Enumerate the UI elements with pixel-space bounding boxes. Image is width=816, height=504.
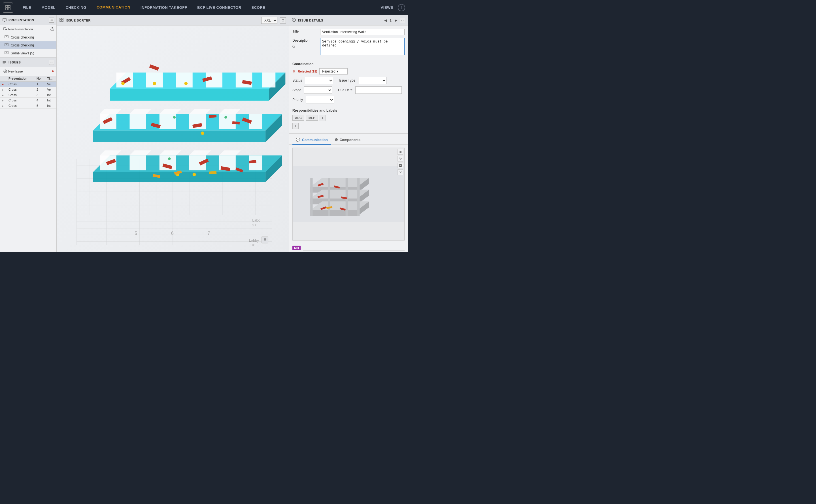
nav-next-btn[interactable]: ▶	[393, 18, 398, 23]
issue-row-1[interactable]: ▶ Cross 1 Ve	[0, 82, 56, 87]
issue-type-select[interactable]	[358, 77, 386, 84]
preview-box: ⊕ ↻ 🖼 ✕	[292, 148, 405, 241]
nav-item-bcf-live-connector[interactable]: BCF LIVE CONNECTOR	[192, 0, 246, 15]
presentation-collapse-btn[interactable]: ▭	[49, 18, 54, 23]
svg-text:Lobby: Lobby	[249, 238, 259, 243]
play-btn-2[interactable]: ▶	[2, 88, 4, 91]
new-issue-btn[interactable]: New Issue	[2, 69, 24, 74]
svg-rect-100	[149, 64, 159, 71]
svg-point-120	[193, 173, 196, 176]
status-label: Status	[292, 78, 302, 82]
size-select[interactable]: XXL XL L M S	[261, 17, 277, 24]
views-button[interactable]: VIEWS	[381, 5, 393, 10]
right-panel: ISSUE DETAILS ◀ 1 ▶ ▭ Title Description …	[289, 15, 408, 252]
issue-row-3[interactable]: ▶ Cross 3 Int	[0, 92, 56, 98]
nav-item-information-takeoff[interactable]: INFORMATION TAKEOFF	[135, 0, 192, 15]
rejected-badge: Rejected (19)	[298, 70, 317, 73]
svg-marker-74	[189, 150, 211, 156]
new-issue-icon	[3, 69, 7, 74]
svg-text:6: 6	[171, 231, 174, 236]
issue-presentation-3: Cross	[7, 92, 35, 98]
issue-row-5[interactable]: ▶ Cross 5 Int	[0, 103, 56, 109]
tag-arc[interactable]: ARC	[292, 115, 304, 121]
svg-rect-0	[6, 5, 8, 7]
play-btn-4[interactable]: ▶	[2, 99, 4, 102]
tree-item-label2: Cross checking	[11, 43, 34, 47]
svg-marker-72	[129, 150, 151, 156]
svg-marker-75	[219, 150, 241, 156]
issue-no-2: 2	[35, 87, 45, 92]
status-select[interactable]	[305, 77, 333, 84]
play-btn-5[interactable]: ▶	[2, 105, 4, 107]
priority-select[interactable]	[306, 96, 334, 103]
tab-communication[interactable]: 💬 Communication	[292, 135, 331, 145]
description-label: Description	[292, 38, 318, 42]
nav-item-communication[interactable]: COMMUNICATION	[92, 0, 135, 15]
play-btn-1[interactable]: ▶	[2, 83, 4, 86]
issue-row-4[interactable]: ▶ Cross 4 Int	[0, 98, 56, 103]
svg-point-23	[3, 61, 3, 62]
top-nav: FILE MODEL CHECKING COMMUNICATION INFORM…	[0, 0, 408, 15]
new-presentation-btn[interactable]: New Presentation	[2, 27, 34, 32]
tree-item-cross2[interactable]: Cross checking	[0, 41, 56, 49]
preview-refresh-btn[interactable]: ↻	[398, 156, 403, 161]
due-date-input[interactable]	[355, 86, 402, 94]
issues-collapse-btn[interactable]: ▭	[49, 60, 54, 65]
issue-title-4: Int	[45, 98, 56, 103]
nav-prev-btn[interactable]: ◀	[383, 18, 388, 23]
tree-item-label3: Some views (5)	[11, 51, 34, 55]
new-presentation-row: New Presentation	[0, 25, 56, 33]
svg-point-117	[184, 82, 188, 85]
svg-point-24	[3, 62, 3, 63]
issues-header-text: ISSUES	[9, 61, 21, 64]
tree-item-icon3	[5, 51, 9, 56]
svg-rect-30	[62, 18, 63, 20]
svg-marker-89	[219, 109, 241, 114]
mb-comment-input[interactable]	[303, 245, 405, 250]
svg-marker-71	[100, 150, 121, 156]
svg-marker-73	[160, 150, 181, 156]
preview-image-btn[interactable]: 🖼	[398, 163, 403, 168]
tree-item-icon2	[5, 43, 9, 48]
svg-rect-97	[236, 73, 252, 88]
right-collapse-btn[interactable]: ▭	[400, 18, 405, 23]
svg-text:⊞: ⊞	[263, 237, 267, 242]
add-tag-btn[interactable]: +	[320, 115, 326, 121]
flag-icon[interactable]: ⚑	[51, 70, 54, 73]
svg-rect-144	[346, 178, 348, 216]
svg-marker-88	[189, 109, 211, 114]
description-copy-icon[interactable]: ⧉	[292, 45, 295, 48]
tab-components[interactable]: ⚙ Components	[331, 135, 364, 145]
description-textarea[interactable]: Service openingg / voids must be defined	[320, 38, 405, 55]
nav-item-file[interactable]: FILE	[18, 0, 36, 15]
new-presentation-label: New Presentation	[8, 27, 33, 31]
issue-presentation-5: Cross	[7, 103, 35, 109]
preview-target-btn[interactable]: ⊕	[398, 149, 403, 155]
issue-presentation-4: Cross	[7, 98, 35, 103]
presentation-export-icon[interactable]	[50, 27, 54, 31]
title-input[interactable]	[320, 29, 405, 35]
issue-row-2[interactable]: ▶ Cross 2 Ve	[0, 87, 56, 92]
play-btn-3[interactable]: ▶	[2, 94, 4, 97]
svg-rect-81	[160, 114, 176, 129]
nav-item-checking[interactable]: CHECKING	[61, 0, 92, 15]
center-panel: ISSUE SORTER XXL XL L M S ⊡	[57, 15, 289, 252]
tag-mep[interactable]: MEP	[306, 115, 318, 121]
tree-item-cross1[interactable]: Cross checking	[0, 33, 56, 41]
view-maximize-btn[interactable]: ⊡	[280, 17, 286, 24]
nav-item-model[interactable]: MODEL	[36, 0, 60, 15]
tree-item-label: Cross checking	[11, 35, 34, 39]
responsibilities-section: Responsibilities and Labels ARC MEP + +	[289, 109, 408, 132]
svg-rect-10	[51, 29, 54, 30]
add-label-btn[interactable]: +	[292, 123, 299, 129]
nav-item-score[interactable]: SCORE	[247, 0, 271, 15]
tree-item-someviews[interactable]: Some views (5)	[0, 49, 56, 57]
rejected-dropdown[interactable]: Rejected ▾	[319, 68, 348, 75]
issue-sorter-icon	[59, 18, 63, 23]
stage-select[interactable]	[304, 86, 332, 94]
svg-rect-95	[176, 73, 193, 88]
preview-close-btn[interactable]: ✕	[398, 169, 403, 175]
help-button[interactable]: ?	[398, 4, 405, 11]
col-header-no: No.	[35, 76, 45, 82]
due-date-label: Due Date	[338, 88, 352, 92]
